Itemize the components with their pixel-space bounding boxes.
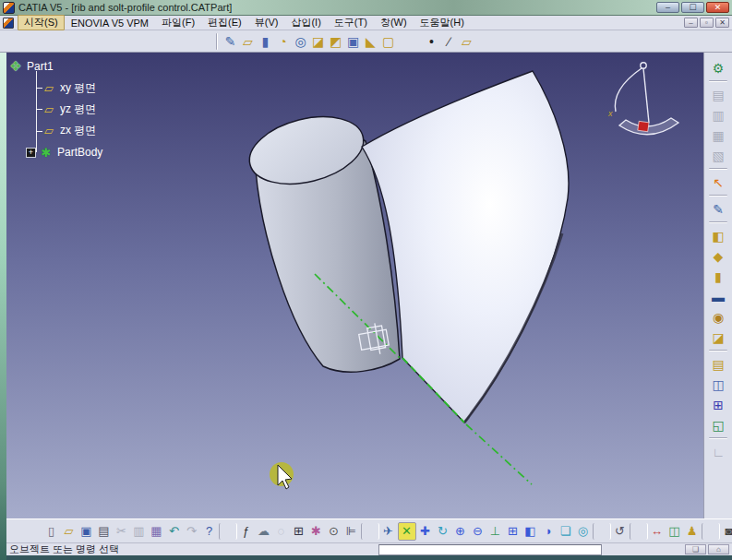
sketcher-icon[interactable]: ✎ bbox=[709, 199, 728, 219]
status-bar: 오브젝트 또는 명령 선택 ❏⌂ bbox=[0, 542, 732, 555]
undo-icon[interactable]: ↶ bbox=[166, 523, 183, 540]
render-style-icon[interactable]: ◑ bbox=[540, 523, 557, 540]
shell-icon[interactable]: ▤ bbox=[709, 354, 728, 374]
mouse-cursor bbox=[270, 462, 294, 489]
power-input-field[interactable] bbox=[378, 544, 602, 555]
fly-mode-icon[interactable]: ✈ bbox=[380, 523, 397, 540]
print-icon[interactable]: ▤ bbox=[96, 523, 113, 540]
turntable-icon[interactable]: ↺ bbox=[612, 523, 629, 540]
window-title: CATIA V5 - [rib and solt-profile control… bbox=[18, 2, 653, 13]
menu-edit[interactable]: 편집(E) bbox=[201, 15, 248, 30]
open-folder-icon[interactable]: ▱ bbox=[61, 523, 78, 540]
expander-icon[interactable]: + bbox=[26, 148, 36, 158]
menu-file[interactable]: 파일(F) bbox=[155, 15, 201, 30]
menu-tools[interactable]: 도구(T) bbox=[328, 15, 374, 30]
viewport-3d[interactable]: x ❖ Part1 bbox=[0, 53, 703, 518]
tree-item-part1[interactable]: ❖ Part1 bbox=[7, 55, 192, 77]
iso-view-icon[interactable]: ◧ bbox=[522, 523, 539, 540]
capture-icon[interactable]: ◙ bbox=[721, 523, 732, 540]
constraint-icon[interactable]: ∟ bbox=[709, 442, 728, 461]
normal-view-icon[interactable]: ⊥ bbox=[487, 523, 504, 540]
zoom-out-icon[interactable]: ⊖ bbox=[470, 523, 486, 540]
pocket-icon[interactable]: ◪ bbox=[309, 32, 327, 50]
template-tree-icon[interactable]: ✱ bbox=[308, 523, 325, 540]
power-input-toggle-button[interactable]: ❏ bbox=[685, 544, 706, 554]
zoom-in-icon[interactable]: ⊕ bbox=[452, 523, 469, 540]
redo-icon[interactable]: ↷ bbox=[184, 523, 200, 540]
formula-icon[interactable]: ƒ bbox=[238, 523, 255, 540]
apply-material-icon[interactable]: ◉ bbox=[709, 307, 728, 327]
catalog-icon[interactable]: ▤ bbox=[709, 85, 728, 104]
fillet-icon[interactable]: ▣ bbox=[344, 32, 362, 50]
shaft-icon[interactable]: ◔ bbox=[274, 32, 292, 50]
measure-inertia-icon[interactable]: ♟ bbox=[684, 523, 701, 540]
close-button[interactable]: ✕ bbox=[706, 2, 729, 13]
paste-icon[interactable]: ▦ bbox=[149, 523, 165, 540]
save-icon[interactable]: ▣ bbox=[78, 523, 95, 540]
pads-icon[interactable]: ▮ bbox=[257, 32, 274, 50]
title-bar: CATIA V5 - [rib and solt-profile control… bbox=[0, 0, 732, 16]
hide-show-icon[interactable]: ❏ bbox=[558, 523, 574, 540]
tree-item-partbody[interactable]: + ✱ PartBody bbox=[7, 142, 192, 163]
pan-icon[interactable]: ✚ bbox=[417, 523, 434, 540]
separator bbox=[361, 523, 379, 540]
multi-pad-icon[interactable]: ▮ bbox=[709, 267, 728, 286]
scaling-icon[interactable]: ◱ bbox=[709, 415, 728, 435]
copy-icon[interactable]: ▧ bbox=[709, 146, 728, 165]
menu-help[interactable]: 도움말(H) bbox=[414, 15, 471, 30]
multi-view-icon[interactable]: ⊞ bbox=[505, 523, 522, 540]
new-document-icon[interactable]: ▯ bbox=[43, 523, 60, 540]
draft-angle-icon[interactable]: ◣ bbox=[362, 32, 379, 50]
copy-icon[interactable]: ▥ bbox=[131, 523, 148, 540]
tree-item-zx-plane[interactable]: ▱ zx 평면 bbox=[7, 120, 192, 141]
rotate-icon[interactable]: ↻ bbox=[435, 523, 451, 540]
rectangular-pattern-icon[interactable]: ⊞ bbox=[709, 395, 728, 414]
measure-item-icon[interactable]: ◫ bbox=[666, 523, 683, 540]
line-icon[interactable]: ∕ bbox=[440, 32, 458, 50]
chamfer-icon[interactable]: ◪ bbox=[709, 328, 728, 347]
compass[interactable]: x bbox=[607, 63, 678, 135]
relations-icon[interactable]: ⊫ bbox=[343, 523, 360, 540]
update-icon[interactable]: ⚙ bbox=[709, 58, 728, 77]
document-icon bbox=[3, 18, 14, 29]
open-catalog-icon[interactable]: ▥ bbox=[709, 105, 728, 125]
cut-icon[interactable]: ✂ bbox=[114, 523, 130, 540]
minimize-button[interactable]: – bbox=[656, 2, 679, 13]
menu-window[interactable]: 창(W) bbox=[374, 15, 414, 30]
swap-space-icon[interactable]: ◎ bbox=[575, 523, 592, 540]
select-icon[interactable]: ↖ bbox=[709, 173, 728, 192]
tree-item-xy-plane[interactable]: ▱ xy 평면 bbox=[7, 77, 192, 98]
swept-surface[interactable] bbox=[362, 71, 569, 423]
menu-start[interactable]: 시작(S) bbox=[18, 15, 65, 30]
point-icon[interactable]: • bbox=[423, 32, 440, 50]
hole-icon[interactable]: ◎ bbox=[292, 32, 309, 50]
sketch-with-profile-icon[interactable]: ▱ bbox=[239, 32, 257, 50]
menu-insert[interactable]: 삽입(I) bbox=[284, 15, 327, 30]
shell-icon[interactable]: ▢ bbox=[379, 32, 397, 50]
measure-between-icon[interactable]: ↔ bbox=[649, 523, 666, 540]
menu-view[interactable]: 뷰(V) bbox=[248, 15, 285, 30]
whats-this-icon[interactable]: ? bbox=[201, 523, 218, 540]
mirror-icon[interactable]: ◫ bbox=[709, 375, 728, 394]
drafted-pad-icon[interactable]: ◆ bbox=[709, 246, 728, 266]
paste-icon[interactable]: ▦ bbox=[709, 125, 728, 145]
mdi-restore-button[interactable]: ▫ bbox=[700, 18, 714, 28]
pad-icon[interactable]: ◧ bbox=[709, 226, 728, 245]
fit-all-in-icon[interactable]: ✕ bbox=[398, 522, 416, 541]
maximize-button[interactable]: ☐ bbox=[681, 2, 704, 13]
separator bbox=[709, 437, 727, 439]
dialog-restore-button[interactable]: ⌂ bbox=[708, 544, 729, 554]
knowledge-inspector-icon[interactable]: ◌ bbox=[273, 523, 290, 540]
design-table-icon[interactable]: ⊞ bbox=[291, 523, 307, 540]
mdi-minimize-button[interactable]: – bbox=[684, 18, 698, 28]
sketcher-icon[interactable]: ✎ bbox=[222, 32, 239, 50]
menu-enovia[interactable]: ENOVIA V5 VPM bbox=[65, 17, 155, 30]
plane-icon[interactable]: ▱ bbox=[458, 32, 475, 50]
rib-icon[interactable]: ◩ bbox=[327, 32, 344, 50]
mdi-close-button[interactable]: ✕ bbox=[715, 18, 729, 28]
tree-item-yz-plane[interactable]: ▱ yz 평면 bbox=[7, 99, 192, 120]
features-book-icon[interactable]: ▬ bbox=[709, 287, 728, 306]
node-icon: ❖ bbox=[7, 59, 24, 73]
lock-icon[interactable]: ⊙ bbox=[326, 523, 342, 540]
comment-icon[interactable]: ☁ bbox=[256, 523, 272, 540]
